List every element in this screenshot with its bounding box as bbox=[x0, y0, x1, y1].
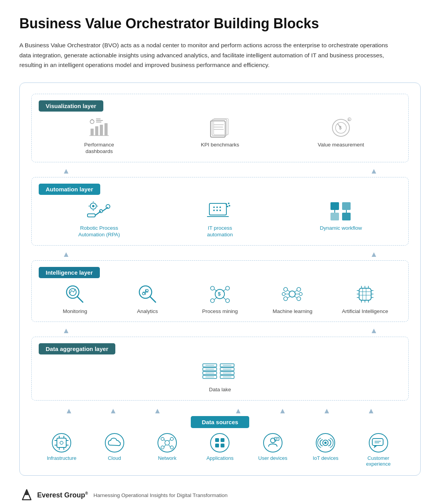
svg-point-63 bbox=[226, 286, 229, 290]
intelligence-layer: Intelligence layer Monitoring bbox=[31, 260, 409, 322]
svg-line-125 bbox=[164, 440, 166, 441]
cx-label: Customer experience bbox=[357, 455, 400, 467]
it-proc-item: IT process automation bbox=[195, 200, 245, 238]
svg-point-26 bbox=[92, 205, 94, 207]
svg-point-70 bbox=[284, 287, 288, 291]
svg-rect-31 bbox=[209, 203, 226, 215]
svg-point-129 bbox=[211, 433, 229, 452]
it-proc-label: IT process automation bbox=[195, 225, 245, 238]
kpi-icon bbox=[208, 117, 231, 138]
iot-icon bbox=[315, 433, 336, 453]
ds-arrow-5: ▲ bbox=[279, 407, 286, 415]
svg-line-21 bbox=[95, 211, 101, 215]
it-proc-icon bbox=[206, 200, 233, 222]
svg-line-79 bbox=[294, 296, 297, 298]
network-item: Network bbox=[146, 433, 188, 461]
ds-arrow-6: ▲ bbox=[323, 407, 331, 415]
svg-point-75 bbox=[299, 292, 302, 296]
svg-line-64 bbox=[223, 289, 226, 291]
ds-arrows-row: ▲ ▲ ▲ ▲ ▲ ▲ ▲ bbox=[31, 404, 409, 416]
svg-rect-6 bbox=[100, 125, 103, 136]
svg-line-66 bbox=[214, 297, 217, 299]
svg-point-42 bbox=[227, 206, 228, 207]
kpi-item: KPI benchmarks bbox=[195, 117, 245, 148]
svg-point-117 bbox=[60, 441, 63, 444]
svg-point-74 bbox=[282, 292, 285, 296]
svg-line-76 bbox=[288, 290, 290, 292]
user-devices-item: User devices bbox=[252, 433, 294, 461]
arrow-right-up: ▲ bbox=[370, 167, 378, 175]
ai-label: Artificial Intelligence bbox=[342, 308, 388, 315]
svg-point-36 bbox=[213, 210, 215, 211]
svg-point-58 bbox=[142, 292, 145, 295]
diagram: Visualization layer Performance da bbox=[19, 83, 421, 476]
rpa-label: Robotic Process Automation (RPA) bbox=[74, 225, 124, 238]
svg-point-35 bbox=[219, 206, 221, 208]
machine-learning-icon bbox=[282, 284, 303, 305]
svg-point-115 bbox=[52, 433, 71, 452]
svg-text:$: $ bbox=[218, 291, 221, 297]
data-agg-icons: Data lake bbox=[39, 360, 401, 393]
svg-point-67 bbox=[226, 299, 229, 303]
machine-learning-item: Machine learning bbox=[267, 284, 318, 315]
applications-item: Applications bbox=[199, 433, 241, 461]
infrastructure-label: Infrastructure bbox=[47, 455, 77, 461]
svg-line-128 bbox=[169, 445, 170, 447]
company-name: Everest Group® bbox=[37, 491, 88, 499]
iot-label: IoT devices bbox=[313, 455, 338, 461]
svg-rect-130 bbox=[215, 438, 219, 442]
svg-rect-4 bbox=[91, 129, 94, 136]
value-measure-icon: $ $ bbox=[329, 117, 353, 138]
svg-line-54 bbox=[150, 297, 156, 302]
data-sources-label: Data sources bbox=[191, 416, 249, 428]
svg-point-119 bbox=[158, 433, 176, 452]
svg-rect-44 bbox=[342, 202, 351, 210]
value-measure-label: Value measurement bbox=[318, 141, 364, 148]
svg-line-68 bbox=[223, 297, 226, 299]
automation-layer-label: Automation layer bbox=[39, 184, 100, 195]
svg-point-65 bbox=[211, 299, 214, 303]
arrow-right-up2: ▲ bbox=[370, 250, 378, 258]
svg-line-52 bbox=[77, 297, 83, 302]
arrow-row-intel-dataagg: ▲ ▲ bbox=[31, 325, 409, 336]
svg-line-126 bbox=[169, 440, 170, 441]
automation-layer: Automation layer bbox=[31, 177, 409, 246]
footer-tagline: Harnessing Operational Insights for Digi… bbox=[93, 492, 228, 498]
arrow-row-auto-intel: ▲ ▲ bbox=[31, 249, 409, 260]
user-devices-icon bbox=[263, 433, 283, 453]
everest-logo: Everest Group® bbox=[19, 488, 88, 503]
dyn-workflow-icon bbox=[327, 200, 354, 222]
svg-point-38 bbox=[219, 210, 221, 211]
ai-item: Artificial Intelligence bbox=[340, 284, 390, 315]
perf-dashboards-label: Performance dashboards bbox=[74, 141, 124, 155]
svg-point-33 bbox=[213, 206, 215, 208]
automation-icons: Robotic Process Automation (RPA) bbox=[39, 200, 401, 238]
cloud-icon bbox=[104, 433, 125, 453]
visualization-layer-label: Visualization layer bbox=[39, 100, 103, 112]
arrow-left-up3: ▲ bbox=[62, 327, 70, 334]
svg-rect-10 bbox=[212, 119, 227, 136]
infrastructure-icon bbox=[51, 433, 72, 453]
svg-rect-43 bbox=[330, 202, 339, 210]
applications-icon bbox=[210, 433, 230, 453]
svg-point-72 bbox=[284, 297, 288, 301]
arrow-left-up: ▲ bbox=[62, 167, 70, 175]
analytics-label: Analytics bbox=[137, 308, 158, 315]
analytics-item: Analytics bbox=[122, 284, 173, 315]
intelligence-layer-label: Intelligence layer bbox=[39, 267, 100, 278]
page-title: Business Value Orchestrator Building Blo… bbox=[19, 15, 421, 32]
svg-point-57 bbox=[146, 289, 148, 292]
ds-arrow-3: ▲ bbox=[154, 407, 161, 415]
data-sources-icons: Infrastructure Cloud bbox=[31, 433, 409, 467]
value-measure-item: $ $ Value measurement bbox=[316, 117, 366, 148]
data-lake-icon bbox=[201, 360, 240, 383]
dyn-workflow-label: Dynamic workflow bbox=[320, 225, 362, 232]
svg-text:$: $ bbox=[348, 118, 350, 121]
everest-logo-icon bbox=[19, 488, 34, 503]
svg-point-41 bbox=[229, 205, 230, 206]
svg-rect-5 bbox=[95, 126, 98, 136]
visualization-icons: Performance dashboards KPI benchmarks bbox=[39, 117, 401, 155]
monitoring-item: Monitoring bbox=[50, 284, 100, 315]
svg-point-40 bbox=[228, 203, 229, 204]
svg-rect-143 bbox=[372, 439, 383, 446]
